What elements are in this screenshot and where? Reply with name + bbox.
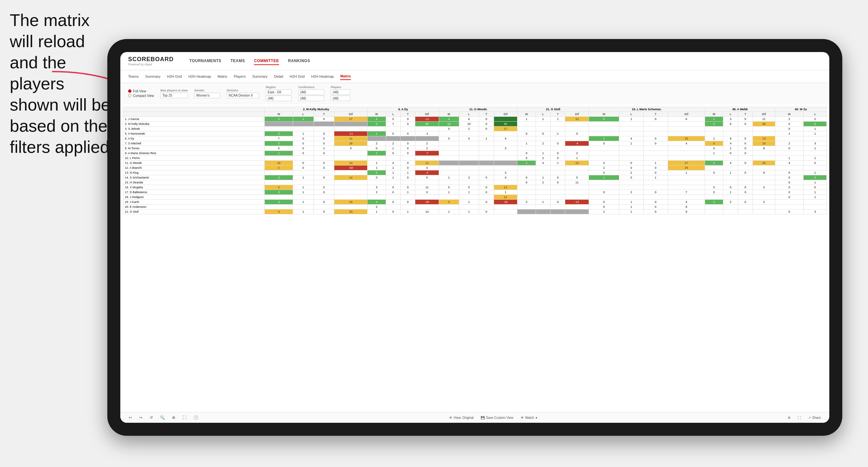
expand-button[interactable]: ⛶ — [796, 415, 803, 421]
table-row: 19. J Karrh 31019 400-20 310-32 210-12 0… — [123, 200, 827, 205]
clock-icon: 🕐 — [193, 415, 198, 420]
matrix-area[interactable]: 2. M Kelly Mulcahy 6. A Dy 11. G Woods 2… — [120, 104, 829, 412]
division-label: Division — [227, 89, 259, 92]
region-sub-select[interactable]: (All) — [266, 96, 292, 101]
save-custom-label: Save Custom View — [486, 416, 513, 419]
sub-navigation: Teams Summary H2H Grid H2H Heatmap Matri… — [120, 70, 829, 83]
region-filter: Region East - DII (All) — [266, 86, 292, 101]
subnav-h2h-heatmap2[interactable]: H2H Heatmap — [311, 73, 334, 80]
subnav-summary1[interactable]: Summary — [145, 73, 160, 80]
subnav-h2h-grid1[interactable]: H2H Grid — [167, 73, 182, 80]
clock-button[interactable]: 🕐 — [191, 414, 200, 421]
save-icon: 💾 — [480, 416, 485, 419]
subnav-matrix1[interactable]: Matrix — [218, 73, 227, 80]
subnav-h2h-grid2[interactable]: H2H Grid — [290, 73, 305, 80]
subnav-detail[interactable]: Detail — [274, 73, 283, 80]
col-header-60: 60. W Za — [775, 107, 826, 112]
players-sub-select[interactable]: (All) — [331, 96, 350, 101]
compact-view-label: Compact View — [133, 94, 154, 98]
share-button[interactable]: ↗ Share — [806, 415, 823, 421]
nav-committee[interactable]: COMMITTEE — [254, 57, 279, 65]
nav-teams[interactable]: TEAMS — [230, 57, 245, 65]
toolbar-right: ⚙ ⛶ ↗ Share — [786, 415, 823, 421]
max-players-select[interactable]: Top 25 — [160, 93, 188, 98]
matrix-table: 2. M Kelly Mulcahy 6. A Dy 11. G Woods 2… — [123, 107, 827, 214]
table-row: 21. O Stoll 41033 10114 110 1109 03 — [123, 210, 827, 214]
zoom-out-button[interactable]: 🔍 — [158, 414, 167, 421]
conference-select[interactable]: (All) — [298, 89, 324, 95]
col-header-21: 21. O Stoll — [518, 107, 589, 112]
zoom-in-button[interactable]: ⊕ — [170, 414, 177, 421]
subnav-players[interactable]: Players — [234, 73, 246, 80]
bottom-toolbar: ↩ ↪ ↺ 🔍 ⊕ ⛶ 🕐 — [120, 412, 829, 423]
table-row: 17. D Ballesteros 310 2010 1101 0207 010… — [123, 190, 827, 195]
full-view-option[interactable]: Full View — [128, 89, 154, 93]
col-header-23: 23. L Marie Schumac. — [589, 107, 705, 112]
players-label: Players — [331, 86, 350, 89]
full-view-radio[interactable] — [128, 89, 131, 93]
redo-button[interactable]: ↪ — [137, 414, 145, 421]
division-select[interactable]: NCAA Division II — [227, 93, 259, 98]
region-select[interactable]: East - DII — [266, 89, 292, 95]
nav-items: TOURNAMENTS TEAMS COMMITTEE RANKINGS — [189, 57, 310, 65]
top-navigation: SCOREBOARD Powered by clippd TOURNAMENTS… — [120, 52, 829, 70]
view-options: Full View Compact View — [128, 89, 154, 98]
subnav-teams[interactable]: Teams — [128, 73, 138, 80]
compact-view-radio[interactable] — [128, 94, 131, 97]
settings-button[interactable]: ⚙ — [786, 415, 793, 421]
zoom-out-icon: 🔍 — [160, 415, 165, 420]
col-header-6: 6. A Dy — [368, 107, 439, 112]
table-row: 9. A Maria Jimenez Rios 100 100-7 0102 1… — [123, 151, 827, 156]
view-original-button[interactable]: 👁 View: Original — [447, 415, 476, 421]
filters-bar: Full View Compact View Max players in vi… — [120, 83, 829, 104]
conference-sub-select[interactable]: (All) — [298, 96, 324, 101]
table-row: 5. A Nomrowski 310-11 100-1 0010 11 — [123, 131, 827, 136]
zoom-in-icon: ⊕ — [172, 415, 175, 420]
full-view-label: Full View — [133, 89, 146, 93]
table-row: 20. E Andersson 2 0108 — [123, 205, 827, 210]
subnav-matrix2[interactable]: Matrix — [340, 73, 350, 80]
subnav-h2h-heatmap1[interactable]: H2H Heatmap — [188, 73, 211, 80]
tablet-device: SCOREBOARD Powered by clippd TOURNAMENTS… — [107, 39, 842, 436]
compact-view-option[interactable]: Compact View — [128, 94, 154, 98]
expand-icon: ⛶ — [798, 416, 801, 419]
share-label: Share — [812, 416, 821, 419]
table-row: 1. J Garcia 31027 300-11 400 11110 0106 … — [123, 117, 827, 122]
players-select[interactable]: (All) — [331, 89, 350, 95]
gender-filter: Gender Women's — [194, 89, 220, 98]
watch-button[interactable]: 👁 Watch ▾ — [519, 415, 539, 421]
gender-select[interactable]: Women's — [194, 93, 220, 98]
col-header-38: 38. A Webb — [705, 107, 775, 112]
table-row: 14. S Srichantamit 31014 0105 1204 0105 … — [123, 175, 827, 180]
fullscreen-button[interactable]: ⛶ — [181, 414, 188, 421]
nav-rankings[interactable]: RANKINGS — [288, 57, 310, 65]
col-header-2: 2. M Kelly Mulcahy — [265, 107, 368, 112]
division-filter: Division NCAA Division II — [227, 89, 259, 98]
table-row: 12. A Bianchi 200-58 1104 20025 — [123, 165, 827, 170]
header-player — [123, 107, 265, 112]
table-row: 18. J Hodgson 11 01 — [123, 195, 827, 200]
table-row: 15. H Stranda 02011 01 — [123, 180, 827, 185]
undo-button[interactable]: ↩ — [127, 414, 134, 421]
conference-label: Conference — [298, 86, 324, 89]
share-icon: ↗ — [808, 416, 811, 419]
logo-title: SCOREBOARD — [128, 56, 174, 63]
conference-filter: Conference (All) (All) — [298, 86, 324, 101]
sh-2-dif: Dif — [334, 112, 368, 117]
reset-button[interactable]: ↺ — [148, 414, 155, 421]
watch-chevron: ▾ — [536, 416, 537, 419]
watch-icon: 👁 — [521, 416, 524, 419]
col-header-11: 11. G Woods — [439, 107, 517, 112]
save-custom-button[interactable]: 💾 Save Custom View — [479, 415, 515, 421]
table-row: 8. M Torres 0010 0102 3 0108 01 — [123, 146, 827, 151]
players-filter: Players (All) (All) — [331, 86, 350, 101]
watch-label: Watch — [525, 416, 534, 419]
table-row: 7. O Mitchell 30018 2202 120-4 0104 0402… — [123, 141, 827, 146]
sh-2-w: W — [265, 112, 293, 117]
subnav-summary2[interactable]: Summary — [252, 73, 268, 80]
nav-tournaments[interactable]: TOURNAMENTS — [189, 57, 221, 65]
table-row: 6. A Dy 70011 0014 14025 19013 — [123, 136, 827, 141]
fullscreen-icon: ⛶ — [182, 415, 186, 420]
table-row: 13. N Klug 011-2 3 0201 0108 01 — [123, 170, 827, 175]
tablet-screen: SCOREBOARD Powered by clippd TOURNAMENTS… — [120, 52, 829, 423]
